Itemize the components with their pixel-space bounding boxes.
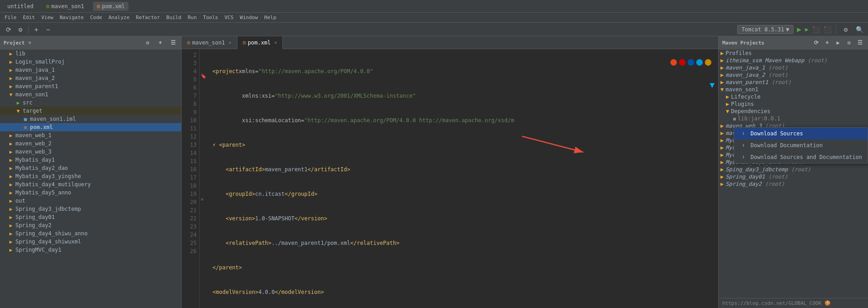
tree-item-spring-day4-anno[interactable]: ▶ Spring_day4_shiwu_anno [0,229,181,238]
maven-item-profiles[interactable]: ▶ Profiles [719,50,868,57]
folder-icon-mybatis-day5: ▶ [7,189,15,196]
tree-item-login[interactable]: ▶ Login_smallProj [0,58,181,66]
menu-view[interactable]: View [39,14,56,21]
editor-tab-maven-son1[interactable]: m maven_son1 ✕ [182,36,237,49]
title-tab-untitled[interactable]: untitled [4,2,37,11]
maven-more-btn[interactable]: ☰ [855,38,864,47]
tomcat-chevron-icon: ▼ [786,26,789,33]
tree-label-maven-java-1: maven_java_1 [15,67,55,73]
tree-item-maven-web-3[interactable]: ▶ maven_web_3 [0,148,181,156]
context-menu-download-docs[interactable]: ⬇ Download Documentation [734,139,868,151]
maven-panel-header: Maven Projects ⟳ + ▶ ⚙ ☰ [719,36,868,50]
maven-add-btn[interactable]: + [823,38,832,47]
maven-refresh-btn[interactable]: ⟳ [812,38,821,47]
code-content[interactable]: <project xmlns="http://maven.apache.org/… [209,49,718,308]
tree-item-spring-day4-xml[interactable]: ▶ Spring_day4_shiwuxml [0,238,181,246]
editor-tab-pom-xml[interactable]: m pom.xml ✕ [237,36,283,49]
project-panel-settings[interactable]: ☰ [168,38,178,47]
tree-item-mybatis-day1[interactable]: ▶ Mybatis_day1 [0,156,181,164]
tree-item-mybatis-day5[interactable]: ▶ Mybatis_day5_anno [0,189,181,197]
pom-xml-tab-icon: m [243,40,246,46]
tree-item-maven-web-1[interactable]: ▶ maven_web_1 [0,131,181,139]
settings-button[interactable]: ⚙ [841,25,851,35]
toolbar-config[interactable]: ⚙ [15,25,25,35]
tree-item-mybatis-day3[interactable]: ▶ Mybatis_day3_yingshe [0,172,181,180]
code-line-6: <artifactId>maven_parent1</artifactId> [212,165,718,174]
title-tab-maven-son1[interactable]: m maven_son1 [43,2,88,11]
tree-item-pom-xml[interactable]: m pom.xml [0,123,181,131]
search-icon[interactable]: 🔍 [854,25,864,35]
stop-button[interactable]: ⬛ [824,26,831,33]
pom-xml-tab-label: pom.xml [248,40,271,46]
tree-item-maven-son1[interactable]: ▼ maven_son1 [0,90,181,99]
maven-item-spring-day01[interactable]: ▶ Spring_day01 (root) [719,173,868,180]
project-panel-expand[interactable]: + [156,38,165,47]
tree-item-out[interactable]: ▶ out [0,197,181,205]
pom-xml-close[interactable]: ✕ [274,40,277,45]
maven-item-dependencies[interactable]: ▼ Dependencies [719,108,868,115]
maven-son1-tab-icon: m [187,40,190,46]
menu-tools[interactable]: Tools [200,14,221,21]
tree-item-spring-day3[interactable]: ▶ Spring_day3_jdbctemp [0,205,181,213]
tree-item-target[interactable]: ▼ target [0,107,181,115]
tree-item-spring-day2[interactable]: ▶ Spring_day2 [0,221,181,229]
tree-item-maven-java-1[interactable]: ▶ maven_java_1 [0,66,181,74]
cookie-icon: 🍪 [824,300,831,306]
menu-code[interactable]: Code [87,14,105,21]
maven-item-dep-lib[interactable]: ■ lib:jar:0.0.1 [719,115,868,122]
editor-content[interactable]: 2 3 4 5 6 7 8 9 10 11 12 13 14 15 16 17 … [182,49,718,308]
code-line-7: <groupId>cn.itcast</groupId> [212,190,718,198]
tree-label-spring-day4-xml: Spring_day4_shiwuxml [15,238,81,245]
tree-item-src[interactable]: ▶ src [0,99,181,107]
tomcat-dropdown[interactable]: Tomcat 8.5.31 ▼ [737,25,793,34]
maven-item-plugins[interactable]: ▶ Plugins [719,100,868,108]
maven-son1-folder-icon: ▼ [720,86,724,93]
tree-item-mybatis-day4[interactable]: ▶ Mybatis_day4_mutilquery [0,180,181,189]
menu-build[interactable]: Build [163,14,184,21]
menu-navigate[interactable]: Navigate [57,14,87,21]
menu-file[interactable]: File [2,14,20,21]
maven-item-maven-parent1[interactable]: ▶ maven_parent1 (root) [719,79,868,86]
maven-item-spring-day3[interactable]: ▶ Sping_day3_jdbctemp (root) [719,166,868,173]
tree-item-maven-parent1[interactable]: ▶ maven_parent1 [0,82,181,90]
tree-item-springmvc-day1[interactable]: ▶ SpringMVC_day1 [0,246,181,254]
toolbar-sync[interactable]: ⟳ [4,25,14,35]
tree-item-maven-web-2[interactable]: ▶ maven_web_2 [0,139,181,148]
maven-item-lifecycle[interactable]: ▶ Lifecycle [719,93,868,100]
project-panel-gear[interactable]: ⚙ [143,38,152,47]
dependencies-folder-icon: ▼ [726,108,729,114]
menu-vcs[interactable]: VCS [222,14,236,21]
maven-son1-icon: m [46,3,49,10]
maven-settings-btn[interactable]: ⚙ [844,38,853,47]
context-menu-download-sources[interactable]: ⬇ Download Sources [734,128,868,139]
maven-run-btn[interactable]: ▶ [833,38,843,47]
menu-help[interactable]: Help [261,14,279,21]
maven-item-maven-java-1[interactable]: ▶ maven_java_1 (root) [719,64,868,71]
menu-edit[interactable]: Edit [20,14,38,21]
menu-window[interactable]: Window [237,14,261,21]
tree-label-maven-son1: maven_son1 [15,91,48,98]
maven-item-spring-day2[interactable]: ▶ Spring_day2 (root) [719,180,868,188]
menu-analyze[interactable]: Analyze [106,14,132,21]
context-menu-download-both[interactable]: ⬇ Download Sources and Documentation [734,151,868,163]
menu-refactor[interactable]: Refactor [133,14,163,21]
run-button[interactable]: ▶ [797,25,802,34]
folder-icon-maven-web-1: ▶ [7,132,15,139]
toolbar-expand[interactable]: + [31,25,41,35]
toolbar-collapse[interactable]: − [43,25,53,35]
maven-item-itheima[interactable]: ▶ itheima_ssm Maven Webapp (root) [719,57,868,64]
maven-item-maven-son1[interactable]: ▼ maven_son1 [719,86,868,93]
tree-item-spring-day01[interactable]: ▶ Spring_day01 [0,213,181,221]
tree-item-maven-java-2[interactable]: ▶ maven_java_2 [0,74,181,82]
maven-item-maven-java-2[interactable]: ▶ maven_java_2 (root) [719,71,868,79]
tree-item-lib[interactable]: ▶ lib [0,50,181,58]
debug-button[interactable]: ⬛ [812,26,820,33]
title-tab-pom-xml[interactable]: m pom.xml [93,2,128,11]
run-alt-button[interactable]: ▶ [805,26,809,33]
maven-son1-close[interactable]: ✕ [228,40,231,45]
main-area: Project ▼ ⚙ + ☰ ▶ lib ▶ Login_smallProj … [0,36,868,308]
folder-icon-maven-java-2: ▶ [7,75,15,82]
tree-item-mybatis-day2[interactable]: ▶ Mybatis_day2_dao [0,164,181,172]
menu-run[interactable]: Run [185,14,199,21]
tree-item-maven-son1-iml[interactable]: ■ maven_son1.iml [0,115,181,123]
